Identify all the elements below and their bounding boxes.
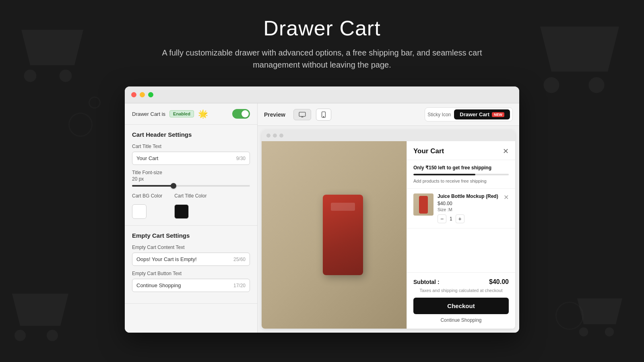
- view-tab-group: Sticky Icon Drawer Cart NEW: [425, 107, 513, 121]
- browser-bar: [262, 130, 515, 141]
- bg-color-label: Cart BG Color: [132, 193, 162, 199]
- qty-decrease-btn[interactable]: −: [438, 214, 446, 223]
- svg-rect-0: [299, 112, 305, 116]
- mobile-view-btn[interactable]: [316, 109, 331, 121]
- font-size-slider[interactable]: [132, 185, 250, 187]
- qty-increase-btn[interactable]: +: [456, 214, 464, 223]
- slider-fill: [132, 185, 173, 187]
- preview-label: Preview: [264, 111, 285, 118]
- new-star-icon: 🌟: [198, 110, 208, 118]
- item-size: Size :M: [438, 207, 500, 212]
- font-size-value: 20 px: [132, 176, 250, 182]
- subtotal-row: Subtotal : $40.00: [413, 278, 509, 286]
- shipping-subtext: Add products to receive free shipping: [413, 179, 509, 183]
- item-name: Juice Bottle Mockup (Red): [438, 193, 500, 200]
- desktop-view-btn[interactable]: [293, 109, 311, 120]
- subtotal-label: Subtotal :: [413, 279, 440, 285]
- title-color-label: Cart Title Color: [174, 193, 206, 199]
- app-window: Drawer Cart is Enabled 🌟 Cart Header Set…: [125, 86, 519, 333]
- cart-drawer-header: Your Cart ✕: [407, 141, 515, 160]
- empty-content-value: Oops! Your Cart is Empty!: [136, 256, 197, 262]
- b-dot-1: [266, 134, 270, 138]
- item-price: $40.00: [438, 201, 500, 206]
- qty-control: − 1 +: [438, 214, 500, 223]
- product-image: [323, 195, 363, 275]
- drawer-status-bar: Drawer Cart is Enabled 🌟: [125, 103, 257, 125]
- cart-header-section: Cart Header Settings Cart Title Text You…: [125, 125, 257, 226]
- titlebar: [125, 86, 519, 103]
- preview-area: Your Cart ✕ Only ₹150 left to get free s…: [258, 126, 519, 333]
- item-image: [413, 193, 433, 216]
- font-size-label: Title Font-size: [132, 170, 250, 175]
- close-dot[interactable]: [131, 92, 136, 97]
- empty-cart-title: Empty Cart Settings: [132, 232, 250, 239]
- qty-value: 1: [450, 216, 452, 222]
- preview-toolbar: Preview Sticky Icon Drawe: [258, 103, 519, 126]
- item-details: Juice Bottle Mockup (Red) $40.00 Size :M…: [438, 193, 500, 223]
- page-subtitle: A fully customizable drawer with advance…: [141, 47, 503, 71]
- preview-panel: Preview Sticky Icon Drawe: [258, 103, 519, 333]
- maximize-dot[interactable]: [148, 92, 153, 97]
- empty-btn-value: Continue Shopping: [136, 282, 181, 288]
- empty-btn-input[interactable]: Continue Shopping 17/20: [132, 279, 250, 292]
- window-body: Drawer Cart is Enabled 🌟 Cart Header Set…: [125, 103, 519, 333]
- color-row: Cart BG Color Cart Title Color: [132, 193, 250, 219]
- checkout-button[interactable]: Checkout: [413, 298, 509, 314]
- shipping-text: Only ₹150 left to get free shipping: [413, 165, 509, 171]
- shipping-bar-section: Only ₹150 left to get free shipping Add …: [407, 160, 515, 189]
- empty-content-input[interactable]: Oops! Your Cart is Empty! 25/60: [132, 253, 250, 266]
- minimize-dot[interactable]: [140, 92, 145, 97]
- cart-title-input[interactable]: Your Cart 9/30: [132, 152, 250, 165]
- cart-drawer: Your Cart ✕ Only ₹150 left to get free s…: [407, 141, 515, 329]
- subtotal-value: $40.00: [489, 278, 509, 286]
- browser-mock: Your Cart ✕ Only ₹150 left to get free s…: [262, 130, 515, 329]
- bg-color-swatch[interactable]: [132, 204, 147, 219]
- page-header: Drawer Cart A fully customizable drawer …: [0, 0, 644, 79]
- svg-point-2: [323, 116, 324, 117]
- cart-title-count: 9/30: [236, 156, 246, 161]
- empty-btn-count: 17/20: [233, 283, 246, 288]
- cart-item: Juice Bottle Mockup (Red) $40.00 Size :M…: [407, 189, 515, 228]
- item-bottle: [419, 196, 428, 214]
- bg-color-field: Cart BG Color: [132, 193, 162, 219]
- item-img-inner: [413, 193, 433, 216]
- cart-footer: Subtotal : $40.00 Taxes and shipping cal…: [407, 272, 515, 329]
- cart-title-label: Cart Title Text: [132, 144, 250, 149]
- cart-header-title: Cart Header Settings: [132, 131, 250, 138]
- new-pill: NEW: [492, 112, 504, 117]
- settings-panel: Drawer Cart is Enabled 🌟 Cart Header Set…: [125, 103, 258, 333]
- enabled-badge: Enabled: [169, 110, 194, 117]
- tax-note: Taxes and shipping calculated at checkou…: [413, 288, 509, 293]
- continue-shopping-link[interactable]: Continue Shopping: [413, 317, 509, 323]
- slider-thumb[interactable]: [171, 183, 176, 189]
- drawer-cart-tab[interactable]: Drawer Cart NEW: [454, 109, 510, 119]
- title-color-swatch[interactable]: [174, 204, 189, 219]
- b-dot-2: [273, 134, 277, 138]
- empty-cart-section: Empty Cart Settings Empty Cart Content T…: [125, 226, 257, 304]
- shipping-progress: [413, 174, 509, 175]
- empty-btn-label: Empty Cart Button Text: [132, 271, 250, 276]
- sticky-icon-label: Sticky Icon: [427, 112, 451, 117]
- title-color-field: Cart Title Color: [174, 193, 206, 219]
- b-dot-3: [279, 134, 283, 138]
- item-remove-btn[interactable]: ✕: [504, 193, 509, 201]
- enable-toggle[interactable]: [232, 109, 250, 119]
- product-background: [262, 141, 407, 329]
- cart-title-value: Your Cart: [136, 155, 158, 161]
- empty-content-label: Empty Cart Content Text: [132, 245, 250, 250]
- drawer-cart-tab-label: Drawer Cart: [460, 111, 489, 117]
- page-title: Drawer Cart: [8, 16, 636, 40]
- drawer-status-label: Drawer Cart is: [132, 111, 165, 117]
- cart-drawer-title: Your Cart: [413, 147, 444, 155]
- shipping-progress-fill: [413, 174, 475, 175]
- cart-close-btn[interactable]: ✕: [503, 147, 509, 156]
- empty-content-count: 25/60: [233, 257, 246, 262]
- browser-content: Your Cart ✕ Only ₹150 left to get free s…: [262, 141, 515, 329]
